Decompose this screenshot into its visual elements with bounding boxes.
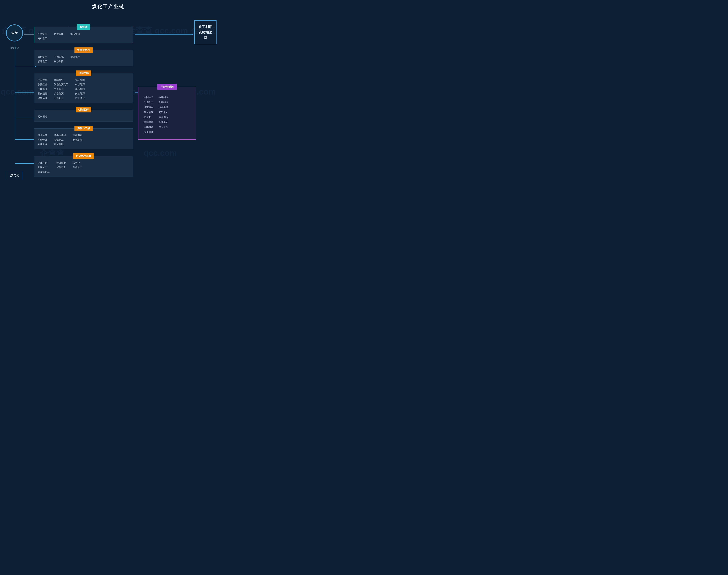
coal-node: 煤炭 — [6, 24, 23, 41]
center-boxes: 煤制油 神华集团 兖矿集团 伊泰集团 潞安集团 煤制天然气 — [34, 15, 133, 177]
mto-header: 甲醇制烯烃 — [157, 84, 177, 90]
coal-natural-gas-col2: 中国石化 庆华集团 — [54, 55, 64, 64]
coal-gasification-node: 煤气化 — [7, 171, 22, 180]
coal-methanol-box: 煤制甲醇 中国神华 陕西煤业 宝丰能源 新奥股份 华鲁恒升 晋城煤业 河南能源化… — [34, 73, 133, 103]
coal-oil-companies-col3: 潞安集团 — [70, 32, 80, 41]
page-title: 煤化工产业链 — [5, 3, 211, 10]
direct-liquefaction-label: 直接液化 — [10, 46, 19, 49]
coal-eg-col3: 河南能化 新杭能源 — [73, 133, 82, 146]
coal-natural-gas-col1: 大唐集团 浙能集团 — [38, 55, 47, 64]
coal-ethylene-glycol-header: 煤制乙二醇 — [74, 126, 93, 131]
mto-content: 中国神华 阳煤化工 诚志股份 延长石油 斯尔邦 富德能源 宝丰能源 大唐集团 中… — [141, 92, 193, 137]
mto-box: 甲醇制烯烃 中国神华 阳煤化工 诚志股份 延长石油 斯尔邦 富德能源 宝丰能源 … — [138, 87, 196, 140]
mto-section: 甲醇制烯烃 中国神华 阳煤化工 诚志股份 延长石油 斯尔邦 富德能源 宝丰能源 … — [138, 15, 191, 140]
mto-col2: 中煤能源 久泰能源 山西集煤 兖矿集团 陕西煤业 盐湖集团 中天合创 — [158, 95, 168, 134]
chemical-utilization-section: 化工利用 及终端消费 — [194, 15, 217, 44]
coal-eg-col1: 丹化科技 华鲁恒升 新疆天业 — [38, 133, 47, 146]
coal-natural-gas-col3: 新疆龙宇 — [70, 55, 80, 64]
coal-ethanol-box: 煤制乙醇 延长石油 — [34, 110, 133, 122]
coal-methanol-col2: 晋城煤业 河南能源化工 中天合创 荣泰能源 阳煤化工 — [54, 78, 68, 100]
coal-oil-companies-col1: 神华集团 兖矿集团 — [38, 32, 47, 41]
coal-oil-header: 煤制油 — [77, 24, 90, 30]
synthetic-ammonia-col1: 湖北宜化 阳煤化工 天泽煤化工 — [38, 161, 49, 174]
coal-ethylene-glycol-box: 煤制乙二醇 丹化科技 华鲁恒升 新疆天业 科孚德集团 阳煤化工 淮化集团 河南能… — [34, 128, 133, 149]
coal-ethanol-companies: 延长石油 — [38, 114, 130, 119]
chemical-utilization-box: 化工利用 及终端消费 — [194, 20, 217, 44]
coal-natural-gas-box: 煤制天然气 大唐集团 浙能集团 中国石化 庆华集团 新疆龙宇 — [34, 50, 133, 66]
coal-eg-col2: 科孚德集团 阳煤化工 淮化集团 — [54, 133, 66, 146]
synthetic-ammonia-col2: 晋城煤业 华鲁恒升 — [57, 161, 66, 174]
coal-methanol-col3: 兖矿集团 中煤能源 华谊集团 久泰能源 广汇能源 — [75, 78, 85, 100]
synthetic-ammonia-col3: 云天化 鲁西化工 — [73, 161, 82, 174]
coal-natural-gas-header: 煤制天然气 — [74, 47, 93, 53]
svg-marker-14 — [192, 34, 193, 35]
coal-methanol-header: 煤制甲醇 — [76, 70, 92, 76]
left-nodes: 煤炭 直接液化 煤气化 — [5, 15, 24, 180]
synthetic-ammonia-box: 合成氨及尿素 湖北宜化 阳煤化工 天泽煤化工 晋城煤业 华鲁恒升 云天化 鲁西化… — [34, 156, 133, 177]
mto-col1: 中国神华 阳煤化工 诚志股份 延长石油 斯尔邦 富德能源 宝丰能源 大唐集团 — [144, 95, 153, 134]
synthetic-ammonia-header: 合成氨及尿素 — [73, 154, 94, 159]
coal-oil-companies-col2: 伊泰集团 — [54, 32, 64, 41]
coal-methanol-col1: 中国神华 陕西煤业 宝丰能源 新奥股份 华鲁恒升 — [38, 78, 47, 100]
coal-ethanol-header: 煤制乙醇 — [76, 107, 92, 112]
coal-oil-box: 煤制油 神华集团 兖矿集团 伊泰集团 潞安集团 — [34, 27, 133, 43]
